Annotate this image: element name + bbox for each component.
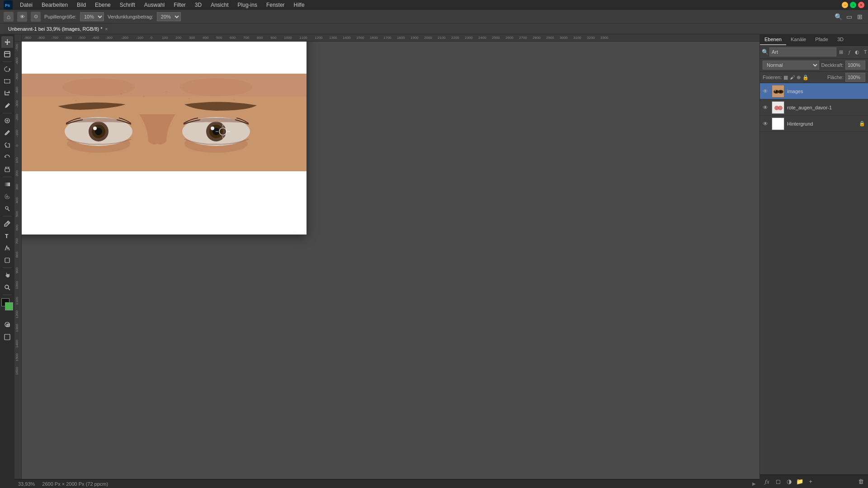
panel-add-icon[interactable]: ⊞ bbox=[837, 48, 844, 56]
menu-ebene[interactable]: Ebene bbox=[91, 1, 114, 9]
menu-auswahl[interactable]: Auswahl bbox=[141, 1, 168, 9]
layer-add-button[interactable]: + bbox=[806, 477, 815, 486]
document-tab[interactable]: Unbenannt-1 bei 33,9% (Images, RGB/8) * … bbox=[4, 24, 112, 34]
tool-eyedropper[interactable] bbox=[1, 100, 13, 112]
layer-visibility-background[interactable]: 👁 bbox=[763, 121, 769, 127]
status-indicator: ▶ bbox=[752, 481, 756, 486]
layer-mask-button[interactable]: ◻ bbox=[774, 477, 783, 486]
tool-hand[interactable] bbox=[1, 269, 13, 281]
tool-redeye-icon[interactable]: 👁 bbox=[17, 12, 27, 22]
layer-thumbnail-images bbox=[772, 85, 784, 98]
tool-type[interactable]: T bbox=[1, 230, 13, 242]
close-button[interactable]: ✕ bbox=[858, 2, 864, 8]
menu-bild[interactable]: Bild bbox=[73, 1, 90, 9]
svg-point-38 bbox=[189, 98, 190, 99]
panel-search-row: 🔍 ⊞ 𝑓 ◐ T ⊟ ≡ bbox=[760, 46, 868, 59]
lock-transparent-icon[interactable]: ▦ bbox=[783, 75, 788, 80]
tool-lasso[interactable] bbox=[1, 63, 13, 75]
search-icon[interactable]: 🔍 bbox=[834, 12, 843, 21]
layer-item-images[interactable]: 👁 images bbox=[760, 83, 868, 99]
menu-fenster[interactable]: Fenster bbox=[263, 1, 288, 9]
panel-tabs: Ebenen Kanäle Pfade 3D bbox=[760, 34, 868, 46]
svg-rect-2 bbox=[5, 52, 10, 57]
svg-rect-8 bbox=[5, 183, 10, 186]
tool-path-selection[interactable] bbox=[1, 242, 13, 254]
menu-filter[interactable]: Filter bbox=[170, 1, 189, 9]
layer-item-redeye[interactable]: 👁 rote_augen_davor-1 bbox=[760, 99, 868, 116]
canvas-white-top bbox=[22, 42, 307, 74]
panel-type-icon[interactable]: T bbox=[862, 48, 868, 56]
tool-dodge[interactable] bbox=[1, 203, 13, 215]
menu-bearbeiten[interactable]: Bearbeiten bbox=[38, 1, 71, 9]
tool-zoom[interactable] bbox=[1, 282, 13, 293]
tab-ebenen[interactable]: Ebenen bbox=[760, 34, 786, 45]
svg-rect-7 bbox=[5, 169, 9, 172]
tab-close-button[interactable]: × bbox=[105, 27, 108, 32]
main-content: T bbox=[0, 34, 868, 488]
blend-mode-select[interactable]: Normal Multiplizieren Bildschirm bbox=[763, 61, 819, 70]
layer-search-input[interactable] bbox=[769, 47, 836, 56]
lock-all-icon[interactable]: 🔒 bbox=[802, 75, 809, 80]
lock-position-icon[interactable]: ⊕ bbox=[797, 75, 801, 80]
tool-crop[interactable] bbox=[1, 88, 13, 99]
tool-artboard[interactable] bbox=[1, 48, 13, 60]
menu-schrift[interactable]: Schrift bbox=[116, 1, 139, 9]
tab-kanaele[interactable]: Kanäle bbox=[786, 34, 811, 45]
tool-pen[interactable] bbox=[1, 218, 13, 230]
panel-mask-icon[interactable]: ◐ bbox=[854, 48, 861, 56]
menu-3d[interactable]: 3D bbox=[191, 1, 205, 9]
panel-fx-icon[interactable]: 𝑓 bbox=[845, 48, 853, 56]
tool-screen-mode[interactable] bbox=[1, 331, 13, 343]
tab-3d[interactable]: 3D bbox=[833, 34, 848, 45]
tool-brush[interactable] bbox=[1, 127, 13, 139]
tool-shape[interactable] bbox=[1, 254, 13, 266]
layer-visibility-images[interactable]: 👁 bbox=[763, 88, 769, 94]
opacity-label: Deckkraft: bbox=[821, 62, 844, 68]
tool-history-brush[interactable] bbox=[1, 151, 13, 163]
tool-quick-mask[interactable] bbox=[1, 319, 13, 330]
view-icon[interactable]: ▭ bbox=[844, 12, 854, 21]
canvas-area[interactable] bbox=[22, 42, 760, 479]
home-button[interactable]: ⌂ bbox=[4, 12, 14, 22]
background-color[interactable] bbox=[5, 302, 13, 310]
tool-move[interactable] bbox=[1, 36, 13, 48]
layers-list: 👁 images 👁 bbox=[760, 83, 868, 474]
tool-eraser[interactable] bbox=[1, 164, 13, 175]
layer-item-background[interactable]: 👁 Hintergrund 🔒 bbox=[760, 116, 868, 132]
menu-datei[interactable]: Datei bbox=[16, 1, 36, 9]
darkness-label: Verdunklungsbetrag: bbox=[108, 14, 153, 19]
minimize-button[interactable]: － bbox=[842, 2, 848, 8]
svg-line-11 bbox=[8, 209, 9, 211]
tool-clone-stamp[interactable] bbox=[1, 139, 13, 151]
search-icon: 🔍 bbox=[762, 49, 769, 55]
menu-ansicht[interactable]: Ansicht bbox=[207, 1, 232, 9]
layer-thumbnail-background bbox=[772, 117, 784, 130]
fill-input[interactable] bbox=[845, 73, 865, 82]
tab-pfade[interactable]: Pfade bbox=[811, 34, 833, 45]
opacity-input[interactable] bbox=[845, 61, 865, 70]
layer-visibility-redeye[interactable]: 👁 bbox=[763, 104, 769, 111]
menu-plugins[interactable]: Plug-ins bbox=[234, 1, 261, 9]
layer-adjustment-button[interactable]: ◑ bbox=[784, 477, 793, 486]
darkness-select[interactable]: 20% bbox=[157, 12, 181, 21]
tool-healing-brush[interactable] bbox=[1, 115, 13, 127]
layer-group-button[interactable]: 📁 bbox=[795, 477, 804, 486]
menu-hilfe[interactable]: Hilfe bbox=[290, 1, 308, 9]
maximize-button[interactable]: ＋ bbox=[850, 2, 856, 8]
layer-thumbnail-redeye bbox=[772, 101, 784, 114]
layer-fx-button[interactable]: 𝑓𝑥 bbox=[763, 477, 772, 486]
lock-label: Fixieren: bbox=[763, 75, 782, 80]
tool-gradient[interactable] bbox=[1, 178, 13, 190]
tool-marquee[interactable] bbox=[1, 75, 13, 87]
menu-bar: Ps Datei Bearbeiten Bild Ebene Schrift A… bbox=[0, 0, 868, 10]
pupil-size-select[interactable]: 10% bbox=[80, 12, 104, 21]
svg-rect-4 bbox=[5, 80, 10, 83]
arrange-icon[interactable]: ⊞ bbox=[855, 12, 864, 21]
lock-image-icon[interactable]: 🖌 bbox=[790, 75, 795, 80]
layer-delete-button[interactable]: 🗑 bbox=[856, 477, 865, 486]
zoom-level: 33,93% bbox=[18, 481, 35, 487]
mode-icon[interactable]: ⊙ bbox=[31, 12, 41, 22]
svg-point-39 bbox=[120, 93, 122, 95]
tool-blur[interactable] bbox=[1, 191, 13, 202]
document-dimensions: 2600 Px × 2000 Px (72 ppcm) bbox=[42, 481, 108, 487]
